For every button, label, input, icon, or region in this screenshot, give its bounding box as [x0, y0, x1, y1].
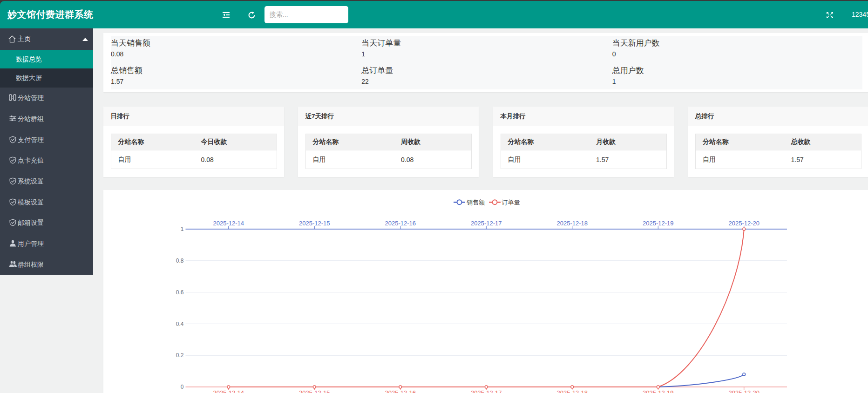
svg-text:2025-12-20: 2025-12-20 [729, 389, 760, 393]
svg-text:2025-12-16: 2025-12-16 [385, 389, 416, 393]
svg-text:0.8: 0.8 [176, 257, 184, 264]
svg-text:1: 1 [181, 226, 184, 232]
svg-text:2025-12-15: 2025-12-15 [299, 220, 330, 227]
svg-text:2025-12-18: 2025-12-18 [557, 389, 588, 393]
svg-text:2025-12-18: 2025-12-18 [557, 220, 588, 227]
svg-text:2025-12-19: 2025-12-19 [643, 389, 674, 393]
svg-text:0.6: 0.6 [176, 289, 184, 296]
svg-text:2025-12-16: 2025-12-16 [385, 220, 416, 227]
svg-text:0: 0 [181, 384, 184, 390]
svg-text:2025-12-14: 2025-12-14 [213, 389, 244, 393]
svg-text:2025-12-20: 2025-12-20 [729, 220, 760, 227]
svg-text:销售额: 销售额 [467, 199, 485, 206]
svg-text:0.4: 0.4 [176, 321, 184, 327]
svg-text:2025-12-19: 2025-12-19 [643, 220, 674, 227]
svg-text:2025-12-17: 2025-12-17 [471, 220, 502, 227]
svg-text:2025-12-17: 2025-12-17 [471, 389, 502, 393]
svg-text:0.2: 0.2 [176, 352, 184, 359]
svg-text:2025-12-15: 2025-12-15 [299, 389, 330, 393]
svg-text:订单量: 订单量 [502, 199, 520, 206]
svg-text:2025-12-14: 2025-12-14 [213, 220, 244, 227]
